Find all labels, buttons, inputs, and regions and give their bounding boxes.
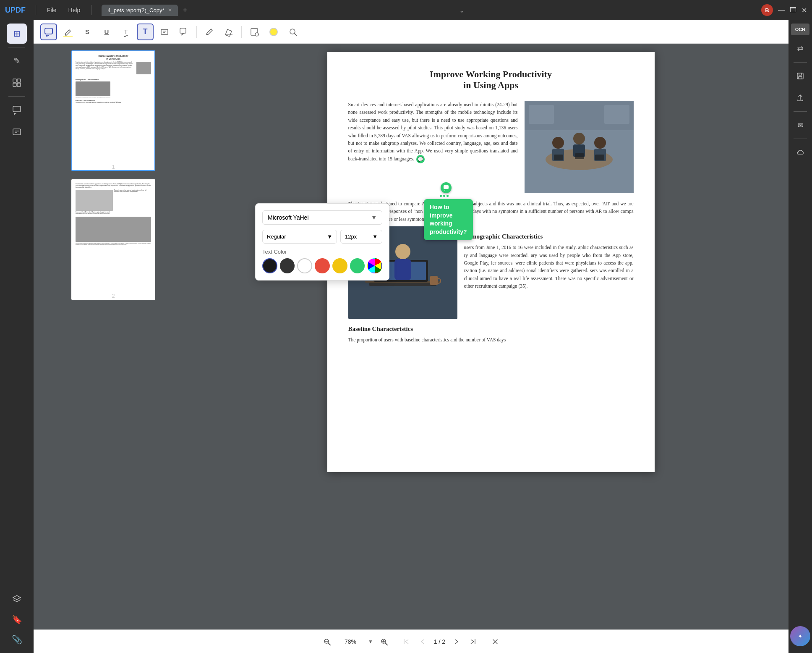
- annotation-toolbar: S U T T: [34, 20, 812, 44]
- svg-line-20: [294, 33, 297, 36]
- underline-tool-button[interactable]: U: [98, 24, 115, 40]
- titlebar-divider: [36, 5, 36, 15]
- current-page: 1: [434, 638, 437, 645]
- page-thumb-2[interactable]: Smart devices and internet-based applica…: [71, 179, 155, 300]
- page-thumb-1-content: Improve Working Productivityin Using App…: [72, 51, 154, 160]
- text-tool-button[interactable]: T: [137, 24, 154, 40]
- maximize-button[interactable]: 🗖: [790, 6, 796, 14]
- pencil-tool-button[interactable]: [201, 24, 218, 40]
- baseline-body: The proportion of users with baseline ch…: [348, 336, 634, 344]
- rs-divider1: [794, 62, 807, 63]
- wavy-underline-tool-button[interactable]: T: [117, 24, 134, 40]
- svg-rect-42: [430, 276, 438, 285]
- tab-close-icon[interactable]: ✕: [168, 7, 172, 13]
- page-indicator: 1 / 2: [434, 638, 445, 645]
- comment-popup: How to improve working productivity?: [424, 199, 473, 240]
- zoom-dropdown-arrow[interactable]: ▼: [368, 639, 373, 645]
- page-thumb-1[interactable]: Improve Working Productivityin Using App…: [71, 50, 155, 171]
- svg-rect-12: [161, 29, 168, 34]
- svg-point-23: [552, 137, 564, 149]
- font-style-dropdown[interactable]: Regular ▼: [262, 230, 337, 244]
- color-swatch-black[interactable]: [280, 258, 295, 273]
- help-menu[interactable]: Help: [64, 5, 85, 15]
- color-swatch-white[interactable]: [297, 258, 312, 273]
- status-bar: 78% ▼ 1 / 2: [34, 629, 789, 653]
- font-style-row: Regular ▼ 12px ▼: [262, 230, 382, 244]
- color-swatch-green[interactable]: [350, 258, 365, 273]
- page-number-1: 1: [72, 164, 154, 170]
- svg-rect-33: [529, 105, 554, 124]
- callout-tool-button[interactable]: [175, 24, 192, 40]
- sidebar-item-bookmark[interactable]: 🔖: [7, 609, 27, 629]
- sidebar-item-layers[interactable]: [7, 589, 27, 609]
- sidebar-item-pages[interactable]: ⊞: [7, 24, 27, 44]
- pdf-main-image: [525, 101, 634, 193]
- shape-tool-button[interactable]: [246, 24, 263, 40]
- save-icon[interactable]: [790, 66, 810, 86]
- svg-rect-9: [799, 76, 802, 79]
- ocr-button[interactable]: OCR: [791, 24, 809, 35]
- eraser-tool-button[interactable]: [220, 24, 237, 40]
- ai-button[interactable]: ✦: [790, 626, 810, 646]
- svg-point-27: [594, 137, 606, 149]
- search-tool-button[interactable]: [285, 24, 301, 40]
- pdf-intro-section: Smart devices and internet-based applica…: [348, 101, 634, 193]
- minimize-button[interactable]: —: [778, 6, 785, 14]
- tab-title: 4_pets report(2)_Copy*: [107, 7, 164, 13]
- upload-icon[interactable]: [790, 88, 810, 108]
- font-size-arrow: ▼: [372, 233, 378, 240]
- text-color-label: Text Color: [262, 249, 382, 255]
- close-toolbar-button[interactable]: [489, 636, 501, 648]
- font-style-arrow: ▼: [327, 233, 332, 240]
- color-swatch-dark-black[interactable]: [262, 258, 277, 273]
- font-name-dropdown[interactable]: Microsoft YaHei ▼: [262, 210, 382, 225]
- color-swatch-mixed[interactable]: [367, 258, 382, 273]
- color-swatches: [262, 258, 382, 273]
- font-size-dropdown[interactable]: 12px ▼: [340, 230, 382, 244]
- pdf-para2: The App is not designed to compare AR pa…: [348, 200, 634, 223]
- sidebar-item-form[interactable]: [7, 122, 27, 142]
- sidebar-item-attachment[interactable]: 📎: [7, 629, 27, 650]
- sidebar-item-edit[interactable]: ✎: [7, 51, 27, 71]
- cloud-icon[interactable]: [790, 142, 810, 163]
- toolbar-divider2: [241, 26, 242, 38]
- sidebar-item-organize[interactable]: [7, 73, 27, 93]
- color-tool-button[interactable]: [265, 24, 282, 40]
- svg-rect-29: [554, 155, 563, 160]
- svg-point-25: [573, 133, 585, 144]
- color-swatch-yellow[interactable]: [332, 258, 347, 273]
- pdf-image-placeholder: [525, 101, 634, 193]
- zoom-in-button[interactable]: [378, 636, 390, 648]
- comment-tool-button[interactable]: [40, 24, 57, 40]
- svg-rect-10: [45, 28, 52, 34]
- close-button[interactable]: ✕: [802, 6, 807, 14]
- highlight-tool-button[interactable]: [60, 24, 76, 40]
- zoom-out-button[interactable]: [321, 636, 333, 648]
- svg-rect-8: [797, 73, 803, 79]
- nav-next-button[interactable]: [450, 636, 462, 648]
- svg-point-40: [395, 244, 410, 259]
- text-box-tool-button[interactable]: [156, 24, 173, 40]
- left-sidebar: ⊞ ✎ 🔖 📎: [0, 20, 34, 653]
- color-swatch-red[interactable]: [315, 258, 330, 273]
- pages-panel: Improve Working Productivityin Using App…: [34, 44, 193, 629]
- mail-icon[interactable]: ✉: [790, 115, 810, 135]
- file-menu[interactable]: File: [43, 5, 61, 15]
- convert-icon[interactable]: [790, 39, 810, 59]
- sidebar-divider2: [8, 96, 25, 97]
- strikethrough-tool-button[interactable]: S: [79, 24, 96, 40]
- user-avatar[interactable]: B: [761, 4, 773, 16]
- comment-dots: [440, 195, 449, 197]
- add-tab-button[interactable]: +: [183, 6, 188, 15]
- nav-first-button[interactable]: [400, 636, 412, 648]
- tab-dropdown-icon[interactable]: ⌄: [459, 6, 465, 14]
- rs-divider3: [794, 139, 807, 139]
- nav-last-button[interactable]: [467, 636, 479, 648]
- status-divider1: [395, 637, 395, 647]
- baseline-section: Baseline Characteristics The proportion …: [348, 325, 634, 344]
- pdf-intro-text: Smart devices and internet-based applica…: [348, 101, 518, 193]
- active-tab[interactable]: 4_pets report(2)_Copy* ✕: [102, 5, 178, 16]
- comment-dot-icon[interactable]: [441, 182, 452, 193]
- nav-prev-button[interactable]: [417, 636, 429, 648]
- sidebar-item-comment[interactable]: [7, 100, 27, 120]
